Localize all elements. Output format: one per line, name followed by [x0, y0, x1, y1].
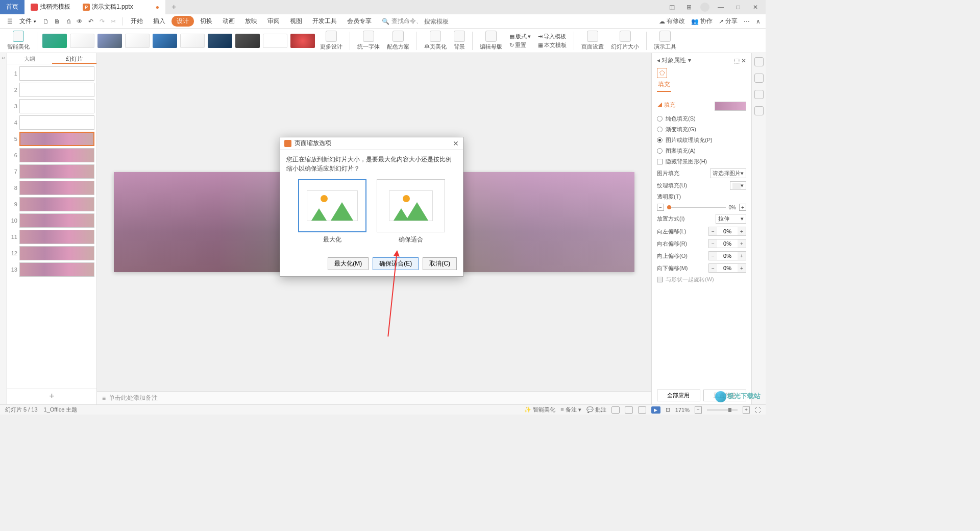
fit-icon[interactable]: ⊡	[666, 406, 670, 413]
theme-thumb-7[interactable]	[208, 34, 232, 48]
redo-icon[interactable]: ↷	[97, 17, 107, 26]
close-button[interactable]: ✕	[749, 1, 762, 13]
avatar[interactable]	[700, 3, 709, 12]
option-maximize[interactable]: 最大化	[298, 179, 366, 244]
apply-all-button[interactable]: 全部应用	[657, 390, 700, 401]
minimize-button[interactable]: —	[715, 1, 727, 13]
slide-thumb-2[interactable]: 2	[9, 83, 94, 97]
slide-thumb-9[interactable]: 9	[9, 197, 94, 211]
sb-notes[interactable]: ≡ 备注 ▾	[560, 406, 581, 414]
image-fill-select[interactable]: 请选择图片▾	[710, 168, 746, 178]
theme-thumb-4[interactable]	[125, 34, 150, 48]
more-icon[interactable]: ⋯	[744, 18, 750, 25]
apps-icon[interactable]: ⊞	[683, 1, 695, 13]
view-sorter-icon[interactable]	[625, 406, 633, 414]
smart-beautify-button[interactable]: 智能美化	[5, 31, 32, 51]
color-scheme-button[interactable]: 配色方案	[385, 31, 411, 51]
check-hide-bg[interactable]: 隐藏背景图形(H)	[657, 158, 746, 165]
fit-window-icon[interactable]: ⛶	[755, 407, 761, 413]
menu-start[interactable]: 开始	[127, 17, 147, 26]
theme-thumb-5[interactable]	[153, 34, 177, 48]
sb-smart[interactable]: ✨ 智能美化	[524, 406, 555, 414]
edit-master-button[interactable]: 编辑母版	[478, 31, 504, 51]
offset-top-spinner[interactable]: −+	[708, 251, 746, 260]
theme-thumb-9[interactable]	[263, 34, 287, 48]
sidetool-1[interactable]	[754, 57, 764, 66]
rotate-with-shape[interactable]: 与形状一起旋转(W)	[657, 276, 746, 283]
menu-view[interactable]: 视图	[286, 17, 306, 26]
theme-thumb-8[interactable]	[235, 34, 260, 48]
tab-slides[interactable]: 幻灯片	[52, 53, 97, 64]
layout-icon[interactable]: ◫	[666, 1, 678, 13]
slideshow-button[interactable]: ▶	[651, 406, 660, 414]
tab-outline[interactable]: 大纲	[7, 53, 52, 64]
tab-current-doc[interactable]: P演示文稿1.pptx●	[77, 0, 165, 14]
radio-solid-fill[interactable]: 纯色填充(S)	[657, 115, 746, 123]
zoom-out-button[interactable]: −	[695, 406, 702, 414]
theme-thumb-3[interactable]	[97, 34, 122, 48]
slide-thumb-8[interactable]: 8	[9, 181, 94, 195]
current-template-button[interactable]: ▦ 本文模板	[536, 41, 569, 49]
cut-icon[interactable]: ✂	[109, 17, 118, 26]
undo-icon[interactable]: ↶	[86, 17, 95, 26]
pin-icon[interactable]: ⬚	[734, 57, 740, 64]
view-reading-icon[interactable]	[638, 406, 646, 414]
slide-thumb-1[interactable]: 1	[9, 66, 94, 81]
print-icon[interactable]: ⎙	[64, 17, 73, 26]
radio-gradient-fill[interactable]: 渐变填充(G)	[657, 126, 746, 133]
reset-button[interactable]: ↻ 重置	[507, 41, 533, 49]
option-ensure-fit[interactable]: 确保适合	[377, 179, 445, 244]
menu-icon[interactable]: ☰	[5, 17, 14, 26]
saveas-icon[interactable]: 🗎	[53, 17, 62, 26]
menu-design[interactable]: 设计	[172, 16, 194, 27]
zoom-level[interactable]: 171%	[675, 407, 690, 413]
texture-fill-select[interactable]: ▾	[730, 181, 746, 190]
menu-insert[interactable]: 插入	[149, 17, 169, 26]
slide-thumb-11[interactable]: 11	[9, 230, 94, 244]
add-slide-button[interactable]: +	[7, 388, 96, 404]
slide-thumb-12[interactable]: 12	[9, 246, 94, 260]
radio-picture-fill[interactable]: 图片或纹理填充(P)	[657, 136, 746, 144]
sb-review[interactable]: 💬 批注	[586, 406, 606, 414]
sidetool-3[interactable]	[754, 90, 764, 99]
dialog-titlebar[interactable]: 页面缩放选项 ✕	[280, 137, 463, 150]
tab-template-store[interactable]: 找稻壳模板	[24, 0, 77, 14]
dialog-close-button[interactable]: ✕	[453, 139, 459, 148]
slide-size-button[interactable]: 幻灯片大小	[609, 31, 641, 51]
menu-vip[interactable]: 会员专享	[343, 17, 376, 26]
search-input[interactable]	[424, 18, 465, 25]
cancel-button[interactable]: 取消(C)	[423, 257, 457, 270]
layout-button[interactable]: ▦ 版式▾	[507, 33, 533, 40]
more-design-button[interactable]: 更多设计	[318, 31, 345, 51]
cloud-changes[interactable]: ☁有修改	[659, 17, 685, 26]
background-button[interactable]: 背景	[452, 31, 467, 51]
menu-slideshow[interactable]: 放映	[241, 17, 261, 26]
slide-thumb-3[interactable]: 3	[9, 99, 94, 113]
theme-thumb-6[interactable]	[180, 34, 205, 48]
command-search[interactable]: 🔍 查找命令、	[382, 17, 465, 26]
collab-button[interactable]: 👥协作	[691, 17, 713, 26]
slide-thumb-10[interactable]: 10	[9, 213, 94, 228]
slide-thumb-7[interactable]: 7	[9, 164, 94, 179]
page-setup-button[interactable]: 页面设置	[579, 31, 606, 51]
theme-thumb-10[interactable]	[290, 34, 315, 48]
maximize-button[interactable]: 最大化(M)	[328, 257, 369, 270]
notes-bar[interactable]: ≡ 单击此处添加备注	[97, 391, 651, 404]
props-tab-fill[interactable]: 填充	[657, 78, 671, 92]
sidetool-2[interactable]	[754, 74, 764, 83]
collapse-ribbon-icon[interactable]: ∧	[756, 18, 761, 25]
presentation-tools-button[interactable]: 演示工具	[652, 31, 678, 51]
import-template-button[interactable]: ⇥ 导入模板	[536, 33, 569, 40]
offset-bottom-spinner[interactable]: −+	[708, 263, 746, 273]
fill-shape-icon[interactable]: ⬠	[657, 68, 667, 78]
file-menu[interactable]: 文件▾	[16, 17, 39, 26]
outline-collapse[interactable]: ‹‹	[0, 53, 7, 404]
menu-transition[interactable]: 切换	[196, 17, 216, 26]
share-button[interactable]: ↗分享	[719, 17, 738, 26]
maximize-button[interactable]: □	[732, 1, 744, 13]
unify-font-button[interactable]: 统一字体	[355, 31, 382, 51]
theme-thumb-2[interactable]	[70, 34, 94, 48]
save-icon[interactable]: 🗋	[41, 17, 51, 26]
slide-thumb-4[interactable]: 4	[9, 115, 94, 130]
close-panel-icon[interactable]: ✕	[741, 57, 746, 64]
